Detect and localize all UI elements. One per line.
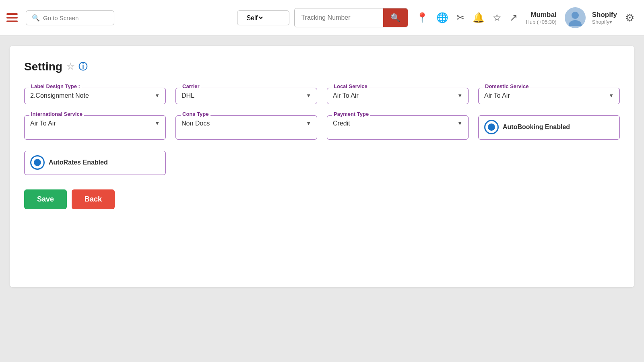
autobooking-label: AutoBooking Enabled xyxy=(503,123,570,131)
autorates-toggle-inner xyxy=(34,159,41,166)
international-service-label: International Service xyxy=(29,111,84,117)
payment-type-label: Payment Type xyxy=(332,111,370,117)
international-service-arrow: ▼ xyxy=(155,120,160,126)
tracking-box: 🔍 xyxy=(294,8,408,27)
city-name: Mumbai xyxy=(530,11,556,19)
user-name: Shopify xyxy=(592,11,617,19)
domestic-service-select[interactable]: Air To Air xyxy=(484,92,609,99)
search-input[interactable] xyxy=(43,14,107,21)
cons-type-arrow: ▼ xyxy=(306,120,311,126)
search-icon: 🔍 xyxy=(32,14,40,22)
cons-type-select[interactable]: Non Docs xyxy=(182,120,306,127)
cons-type-field: Cons Type Non Docs ▼ xyxy=(175,115,317,140)
label-design-type-select[interactable]: 2.Consignment Note xyxy=(30,92,155,99)
carrier-field: Carrier DHL ▼ xyxy=(175,88,317,104)
payment-type-field: Payment Type Credit ▼ xyxy=(327,115,469,140)
page-title-row: Setting ☆ ⓘ xyxy=(24,60,620,73)
location-icon-button[interactable]: 📍 xyxy=(413,9,431,27)
autobooking-toggle-inner xyxy=(488,123,495,131)
star-icon-button[interactable]: ☆ xyxy=(489,9,505,27)
user-role: Shopify▾ xyxy=(592,19,612,25)
scissors-icon-button[interactable]: ✂ xyxy=(453,9,468,27)
autobooking-toggle[interactable] xyxy=(484,120,499,134)
local-service-arrow: ▼ xyxy=(457,93,462,99)
autorates-field: AutoRates Enabled xyxy=(24,151,166,175)
main-background: Setting ☆ ⓘ Label Design Type : 2.Consig… xyxy=(0,36,644,362)
globe-icon-button[interactable]: 🌐 xyxy=(433,9,452,27)
cons-type-label: Cons Type xyxy=(181,111,211,117)
save-button[interactable]: Save xyxy=(24,189,67,209)
international-service-field: International Service Air To Air ▼ xyxy=(24,115,166,140)
settings-card: Setting ☆ ⓘ Label Design Type : 2.Consig… xyxy=(10,46,634,287)
avatar[interactable] xyxy=(565,7,586,28)
domestic-service-label: Domestic Service xyxy=(483,83,530,89)
svg-point-1 xyxy=(569,20,582,26)
autorates-toggle[interactable] xyxy=(30,155,45,170)
fields-row-1: Label Design Type : 2.Consignment Note ▼… xyxy=(24,88,620,104)
international-service-select[interactable]: Air To Air xyxy=(30,120,155,127)
payment-type-select[interactable]: Credit xyxy=(333,120,457,127)
label-design-type-arrow: ▼ xyxy=(155,93,160,99)
timezone: Hub (+05:30) xyxy=(526,19,556,25)
tracking-input[interactable] xyxy=(295,8,383,27)
external-link-icon-button[interactable]: ↗ xyxy=(506,9,521,27)
bell-icon-button[interactable]: 🔔 xyxy=(469,9,488,27)
svg-point-0 xyxy=(572,12,579,19)
page-title-text: Setting xyxy=(24,60,62,73)
local-service-select[interactable]: Air To Air xyxy=(333,92,457,99)
gear-icon[interactable]: ⚙ xyxy=(622,8,638,27)
domestic-service-arrow: ▼ xyxy=(609,93,614,99)
domestic-service-field: Domestic Service Air To Air ▼ xyxy=(478,88,620,104)
button-row: Save Back xyxy=(24,189,620,209)
tracking-search-button[interactable]: 🔍 xyxy=(383,8,408,27)
self-select[interactable]: Self xyxy=(245,14,264,22)
carrier-arrow: ▼ xyxy=(306,93,311,99)
label-design-type-field: Label Design Type : 2.Consignment Note ▼ xyxy=(24,88,166,104)
title-info-icon[interactable]: ⓘ xyxy=(78,61,87,73)
title-star-icon[interactable]: ☆ xyxy=(66,62,74,72)
location-info: Mumbai Hub (+05:30) xyxy=(526,11,556,25)
fields-row-2: International Service Air To Air ▼ Cons … xyxy=(24,115,620,140)
fields-row-3: AutoRates Enabled xyxy=(24,151,620,175)
carrier-select[interactable]: DHL xyxy=(182,92,306,99)
local-service-label: Local Service xyxy=(332,83,369,89)
back-button[interactable]: Back xyxy=(72,189,115,209)
label-design-type-label: Label Design Type : xyxy=(29,83,82,89)
header-icons: 📍 🌐 ✂ 🔔 ☆ ↗ xyxy=(413,9,521,27)
local-service-field: Local Service Air To Air ▼ xyxy=(327,88,469,104)
autobooking-field: AutoBooking Enabled xyxy=(478,115,620,140)
hamburger-menu[interactable] xyxy=(6,13,18,22)
carrier-label: Carrier xyxy=(181,83,201,89)
self-dropdown-wrapper: Self xyxy=(237,10,289,25)
autorates-label: AutoRates Enabled xyxy=(49,159,108,166)
payment-type-arrow: ▼ xyxy=(457,120,462,126)
header: 🔍 Self 🔍 📍 🌐 ✂ 🔔 ☆ ↗ Mumbai Hub (+05:30) xyxy=(0,0,644,36)
user-info: Shopify Shopify▾ xyxy=(592,11,617,25)
search-box: 🔍 xyxy=(26,10,114,25)
